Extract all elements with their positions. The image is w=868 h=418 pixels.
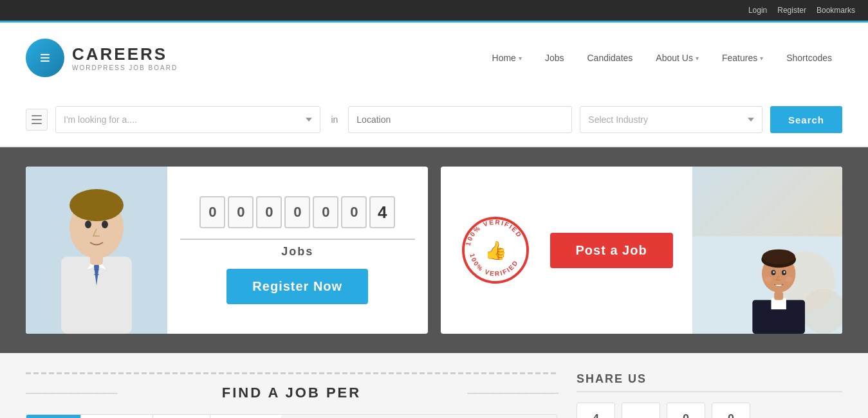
counter-digit-5: 0 — [313, 196, 338, 228]
hero-left-content: 0 0 0 0 0 0 4 Jobs Register Now — [167, 167, 428, 334]
chevron-down-icon: ▾ — [696, 55, 699, 62]
hero-section: 0 0 0 0 0 0 4 Jobs Register Now — [0, 147, 868, 353]
svg-point-30 — [785, 277, 793, 282]
counter-digit-2: 0 — [228, 196, 254, 228]
search-bar: I'm looking for a.... in Select Industry… — [0, 93, 868, 147]
svg-point-7 — [69, 189, 124, 221]
industry-select[interactable]: Select Industry — [580, 106, 762, 133]
svg-point-9 — [102, 221, 108, 228]
share-count-2 — [622, 403, 660, 418]
nav-features[interactable]: Features ▾ — [712, 48, 773, 68]
svg-rect-28 — [774, 292, 783, 300]
job-counter: 0 0 0 0 0 0 4 — [199, 196, 395, 228]
in-label: in — [328, 114, 340, 125]
logo-area: CAREERS WORDPRESS JOB BOARD — [26, 39, 178, 77]
location-input[interactable] — [348, 106, 572, 133]
tab-country[interactable]: Country — [210, 415, 281, 418]
counter-digit-1: 0 — [199, 196, 225, 228]
main-nav: Home ▾ Jobs Candidates About Us ▾ Featur… — [482, 48, 842, 68]
bookmarks-link[interactable]: Bookmarks — [817, 6, 855, 15]
svg-text:👍: 👍 — [485, 240, 507, 261]
verified-badge: 100% VERIFIED 100% VERIFIED 👍 — [460, 215, 531, 286]
nav-about[interactable]: About Us ▾ — [645, 48, 709, 68]
logo-title: CAREERS — [72, 44, 178, 64]
logo-icon[interactable] — [26, 39, 64, 77]
jobs-label: Jobs — [180, 239, 415, 259]
hero-right-image — [692, 167, 842, 334]
svg-point-29 — [764, 277, 772, 282]
counter-digit-4: 0 — [284, 196, 310, 228]
chevron-down-icon: ▾ — [519, 55, 522, 62]
login-link[interactable]: Login — [748, 6, 767, 15]
hero-left-panel: 0 0 0 0 0 0 4 Jobs Register Now — [26, 167, 428, 334]
chevron-down-icon: ▾ — [760, 55, 763, 62]
counter-digit-6: 0 — [341, 196, 367, 228]
share-panel: SHARE US 4 0 0 — [577, 372, 842, 418]
header: CAREERS WORDPRESS JOB BOARD Home ▾ Jobs … — [0, 23, 868, 93]
nav-candidates[interactable]: Candidates — [577, 48, 643, 68]
svg-point-8 — [85, 221, 91, 228]
svg-point-26 — [773, 271, 774, 273]
tab-bar: Map Industry Type Country — [26, 414, 557, 418]
nav-shortcodes[interactable]: Shortcodes — [776, 48, 842, 68]
hero-right-content: 100% VERIFIED 100% VERIFIED 👍 Post a Job — [441, 167, 692, 334]
svg-point-27 — [783, 271, 784, 273]
top-bar: Login Register Bookmarks — [0, 0, 868, 21]
share-count-3: 0 — [667, 403, 705, 418]
post-job-button[interactable]: Post a Job — [550, 233, 673, 268]
logo-text: CAREERS WORDPRESS JOB BOARD — [72, 44, 178, 71]
register-now-button[interactable]: Register Now — [226, 269, 368, 304]
counter-digit-7: 4 — [369, 196, 395, 228]
logo-subtitle: WORDPRESS JOB BOARD — [72, 64, 178, 71]
share-title: SHARE US — [577, 372, 842, 392]
search-button[interactable]: Search — [770, 106, 842, 133]
hero-left-image — [26, 167, 167, 334]
register-link[interactable]: Register — [777, 6, 806, 15]
tab-industry[interactable]: Industry — [81, 415, 153, 418]
job-type-select[interactable]: I'm looking for a.... — [55, 106, 320, 133]
counter-digit-3: 0 — [256, 196, 282, 228]
share-count-1: 4 — [577, 403, 615, 418]
svg-rect-10 — [90, 255, 103, 265]
tab-map[interactable]: Map — [26, 415, 81, 418]
hero-right-panel: 100% VERIFIED 100% VERIFIED 👍 Post a Job — [441, 167, 843, 334]
nav-jobs[interactable]: Jobs — [535, 48, 575, 68]
find-job-title: FIND A JOB PER — [26, 385, 557, 401]
nav-home[interactable]: Home ▾ — [482, 48, 532, 68]
svg-point-23 — [762, 250, 795, 264]
find-job-panel: FIND A JOB PER Map Industry Type Country — [26, 372, 557, 418]
menu-icon[interactable] — [26, 109, 48, 131]
share-count-4: 0 — [712, 403, 750, 418]
bottom-section: FIND A JOB PER Map Industry Type Country… — [0, 353, 868, 418]
share-counts: 4 0 0 — [577, 403, 842, 418]
wavy-divider — [26, 372, 557, 374]
tab-type[interactable]: Type — [153, 415, 210, 418]
